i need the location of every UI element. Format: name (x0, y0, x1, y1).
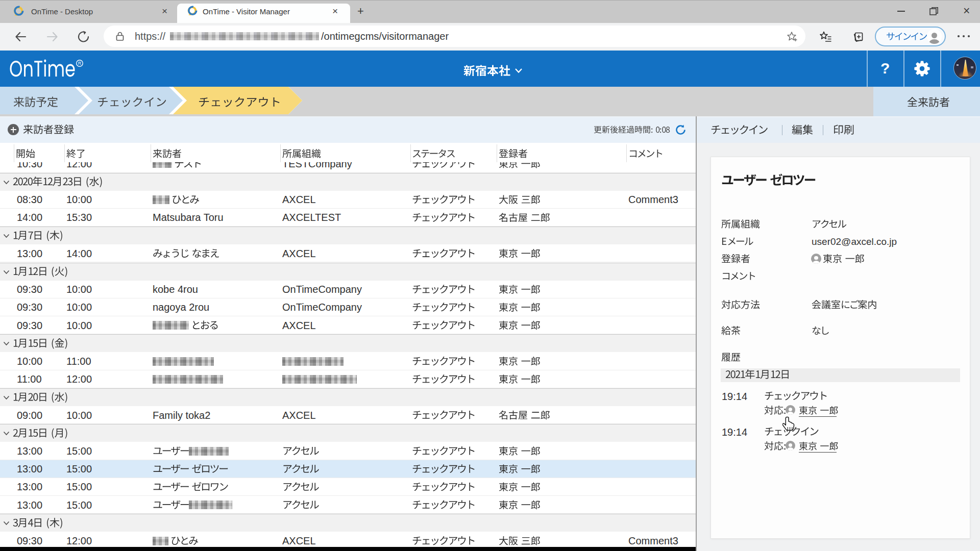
svg-text:R: R (78, 61, 81, 66)
